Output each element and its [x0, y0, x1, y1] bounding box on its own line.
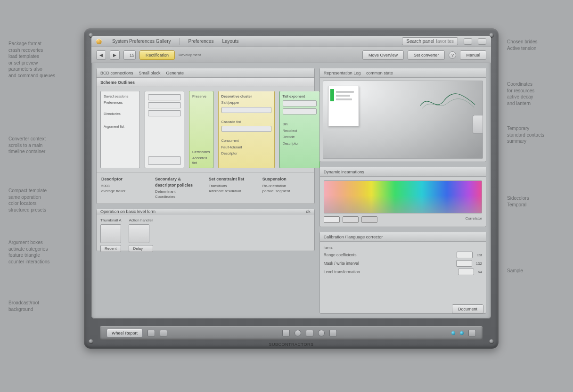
card-label: Descriptor [221, 151, 271, 155]
setting-label: Mask / write interval [324, 261, 359, 266]
card-options[interactable]: Saved sessions Preferences Directories A… [100, 91, 140, 168]
status-led-icon [451, 331, 455, 335]
document-thumbnail-icon [328, 86, 359, 126]
stat-item: Set constraint listTransitionsAlternate … [209, 176, 256, 200]
stat-item: Secondary & descriptor policiesDetermina… [155, 176, 202, 200]
settings-panel: Calibration / language corrector items R… [319, 232, 486, 314]
start-button[interactable]: Wheel Report [106, 329, 143, 337]
set-converter-button[interactable]: Set converter [408, 50, 445, 60]
taskbar: Wheel Report [100, 326, 483, 340]
annotation-left-4: Argument boxes activate categories featu… [8, 239, 74, 265]
thumb-a[interactable] [100, 224, 121, 243]
annotation-left-1: Package format crash recoveries load tem… [8, 41, 74, 79]
menu-preferences[interactable]: Preferences [188, 39, 214, 44]
card-preserve[interactable]: Preserve Certificates Accented tint [189, 91, 213, 168]
status-led-icon [460, 331, 464, 335]
screw-icon [89, 339, 93, 344]
swatch[interactable] [324, 216, 340, 223]
card-label: Recollect [283, 129, 317, 133]
spectrum-caption: Correlator [465, 216, 482, 223]
thumb-label: Thumbnail A [100, 218, 121, 222]
stat-item: Descriptor5003average trailer [101, 176, 148, 200]
card-input[interactable] [283, 108, 317, 114]
annotation-right-2: Coordinates for resources active decay a… [507, 81, 564, 106]
swatch[interactable] [361, 216, 377, 223]
task-item[interactable] [147, 330, 155, 336]
tray-icon[interactable] [295, 330, 301, 336]
card-thumb-list[interactable] [145, 91, 184, 168]
card-title: Preserve [192, 94, 210, 98]
side-handle[interactable] [473, 115, 483, 134]
app-window: System Preferences Gallery Preferences L… [91, 36, 491, 318]
window-control-b-icon[interactable] [478, 38, 486, 45]
card-exponent[interactable]: Tail exponent Bin Recollect Decode Descr… [279, 91, 320, 168]
tray-item[interactable] [306, 330, 313, 336]
search-box[interactable]: Search panel favorites [402, 37, 458, 45]
operations-status: ok [306, 209, 311, 214]
annotation-right-4: Sidecolors Temporal [507, 195, 564, 208]
tab-small-block[interactable]: Small block [139, 71, 161, 75]
document-button[interactable]: Document [452, 304, 483, 314]
setting-label: Level transformation [324, 270, 360, 274]
menu-layouts[interactable]: Layouts [222, 39, 238, 44]
tray-item[interactable] [282, 330, 290, 336]
chip-rectification[interactable]: Rectification [139, 50, 175, 60]
annotation-right-1: Chosen brides Active tension [507, 39, 564, 51]
tray-icon[interactable] [318, 330, 325, 336]
waveform-icon [419, 91, 476, 112]
preview-canvas[interactable] [323, 81, 483, 159]
window-control-a-icon[interactable] [464, 38, 472, 45]
preview-panel: Representation Log common state [319, 68, 486, 162]
card-label: Fault-tolerant [221, 145, 271, 149]
setting-value: Ext [476, 253, 482, 257]
app-orb-icon [96, 39, 102, 44]
setting-field[interactable] [458, 269, 474, 275]
card-label: Decode [283, 135, 317, 139]
setting-field[interactable] [456, 260, 472, 267]
search-label: Search panel [406, 39, 434, 44]
manual-button[interactable]: Manual [460, 50, 486, 60]
page-field[interactable]: 15 [123, 50, 136, 60]
nav-next-button[interactable]: ▶ [110, 50, 120, 60]
card-label: Cascade tint [221, 120, 271, 124]
tab-bcd[interactable]: BCD connections [100, 71, 133, 75]
card-title: Tail exponent [283, 94, 317, 98]
tray-item[interactable] [468, 330, 476, 336]
setting-label: Range coefficients [324, 253, 357, 257]
annotation-left-3: Compact template same operation color lo… [8, 188, 74, 213]
card-label: Descriptor [283, 141, 317, 146]
thumb-slot [148, 110, 181, 116]
card-decorative[interactable]: Decorative cluster Salt/pepper Cascade t… [218, 91, 275, 168]
tray-item[interactable] [329, 330, 337, 336]
tab-generate[interactable]: Generate [166, 71, 184, 75]
chip-development[interactable]: Development [179, 53, 201, 57]
card-title: Decorative cluster [221, 94, 271, 98]
annotation-left-2: Converter context scrolls to a main time… [8, 136, 74, 155]
thumb-slot [148, 94, 181, 100]
card-input[interactable] [283, 100, 317, 106]
monitor-brand: SUBCONTRACTORS [269, 342, 314, 347]
move-overview-button[interactable]: Move Overview [362, 50, 404, 60]
preview-tab-2[interactable]: common state [366, 71, 393, 75]
card-label: Concurrent [221, 139, 271, 143]
card-label: Argument list [104, 124, 137, 129]
delay-button[interactable]: Delay [129, 245, 153, 252]
card-input[interactable] [221, 126, 271, 132]
card-input[interactable] [221, 107, 271, 113]
stat-item: SuspensionRe-orientationparallel segment [262, 176, 310, 200]
setting-value: 132 [476, 261, 482, 266]
swatch[interactable] [343, 216, 359, 223]
thumb-slot [148, 102, 181, 108]
card-label: Saved sessions [104, 94, 137, 98]
thumb-b[interactable] [129, 224, 149, 243]
annotation-right-5: Sample [507, 268, 564, 274]
color-heading: Dynamic incarnations [324, 170, 364, 174]
nav-prev-button[interactable]: ◀ [96, 50, 106, 60]
preview-tab-1[interactable]: Representation Log [324, 71, 361, 75]
color-spectrum[interactable] [324, 180, 482, 213]
task-item[interactable] [160, 330, 167, 336]
help-icon[interactable]: ? [449, 51, 456, 59]
setting-field[interactable] [457, 252, 473, 258]
recent-button[interactable]: Recent [100, 245, 121, 252]
gallery-tabs: BCD connections Small block Generate [97, 68, 314, 78]
